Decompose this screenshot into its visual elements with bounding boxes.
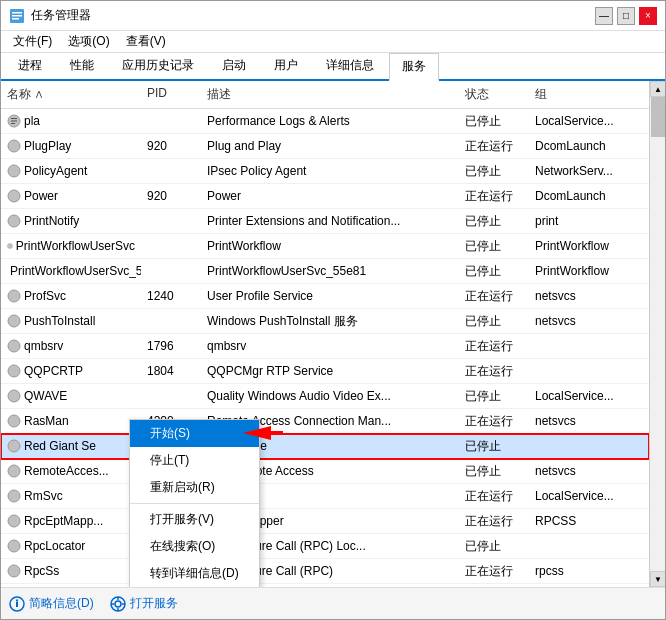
table-body[interactable]: pla Performance Logs & Alerts 已停止 LocalS… [1,109,649,587]
table-row[interactable]: qmbsrv 1796 qmbsrv 正在运行 [1,334,649,359]
tab-users[interactable]: 用户 [261,52,311,79]
window-title: 任务管理器 [31,7,91,24]
table-row[interactable]: SamSs Security Accounts Manager 正在运行 [1,584,649,587]
svg-rect-3 [12,18,19,20]
svg-point-20 [8,440,20,452]
table-row[interactable]: PlugPlay 920 Plug and Play 正在运行 DcomLaun… [1,134,649,159]
table-wrapper: 名称 ∧ PID 描述 状态 组 pla Performance Logs & … [1,81,665,587]
task-manager-window: 任务管理器 — □ × 文件(F) 选项(O) 查看(V) 进程 性能 应用历史… [0,0,666,620]
svg-point-18 [8,390,20,402]
scrollbar[interactable]: ▲ ▼ [649,81,665,587]
tab-startup[interactable]: 启动 [209,52,259,79]
minimize-button[interactable]: — [595,7,613,25]
svg-rect-5 [11,118,17,119]
table-row[interactable]: RasMan 4200 Remote Access Connection Man… [1,409,649,434]
tab-bar: 进程 性能 应用历史记录 启动 用户 详细信息 服务 [1,53,665,81]
table-row[interactable]: RmSvc 管理服务 正在运行 LocalService... [1,484,649,509]
svg-marker-29 [243,426,283,440]
svg-point-16 [8,340,20,352]
title-controls: — □ × [595,7,657,25]
table-row[interactable]: RpcEptMapp... dpoint Mapper 正在运行 RPCSS [1,509,649,534]
svg-point-23 [8,515,20,527]
context-menu-restart[interactable]: 重新启动(R) [130,474,259,501]
svg-point-15 [8,315,20,327]
svg-rect-1 [12,12,22,14]
svg-point-8 [8,140,20,152]
title-bar-left: 任务管理器 [9,7,91,24]
menu-bar: 文件(F) 选项(O) 查看(V) [1,31,665,53]
svg-rect-7 [11,123,15,124]
table-row[interactable]: PrintNotify Printer Extensions and Notif… [1,209,649,234]
svg-point-34 [115,601,121,607]
tab-performance[interactable]: 性能 [57,52,107,79]
arrow-indicator [243,423,283,446]
svg-point-9 [8,165,20,177]
context-menu-search-online[interactable]: 在线搜索(O) [130,533,259,560]
maximize-button[interactable]: □ [617,7,635,25]
context-menu-start[interactable]: 开始(S) [130,420,259,447]
svg-point-19 [8,415,20,427]
table-row[interactable]: RpcSs e Procedure Call (RPC) 正在运行 rpcss [1,559,649,584]
summary-info-button[interactable]: 简略信息(D) [9,595,94,612]
col-desc[interactable]: 描述 [201,83,459,106]
svg-point-22 [8,490,20,502]
svg-rect-2 [12,15,22,17]
table-row[interactable]: RpcLocator e Procedure Call (RPC) Loc...… [1,534,649,559]
scroll-up-btn[interactable]: ▲ [650,81,665,97]
col-status[interactable]: 状态 [459,83,529,106]
title-bar: 任务管理器 — □ × [1,1,665,31]
content-area: 名称 ∧ PID 描述 状态 组 pla Performance Logs & … [1,81,665,587]
scroll-down-btn[interactable]: ▼ [650,571,665,587]
svg-rect-6 [11,121,17,122]
svg-rect-32 [16,599,18,601]
menu-options[interactable]: 选项(O) [60,31,117,52]
table-row[interactable]: PushToInstall Windows PushToInstall 服务 已… [1,309,649,334]
close-button[interactable]: × [639,7,657,25]
open-services-button[interactable]: 打开服务 [110,595,178,612]
menu-file[interactable]: 文件(F) [5,31,60,52]
tab-details[interactable]: 详细信息 [313,52,387,79]
context-menu: 开始(S) 停止(T) 重新启动(R) 打开服务(V) 在线搜索(O) 转到详细… [129,419,260,587]
services-icon [110,596,126,612]
tab-app-history[interactable]: 应用历史记录 [109,52,207,79]
table-row[interactable]: ProfSvc 1240 User Profile Service 正在运行 n… [1,284,649,309]
svg-point-10 [8,190,20,202]
table-main: 名称 ∧ PID 描述 状态 组 pla Performance Logs & … [1,81,649,587]
app-icon [9,8,25,24]
svg-point-21 [8,465,20,477]
table-row[interactable]: pla Performance Logs & Alerts 已停止 LocalS… [1,109,649,134]
context-menu-open-services[interactable]: 打开服务(V) [130,506,259,533]
scroll-track[interactable] [650,97,665,571]
col-pid[interactable]: PID [141,83,201,106]
tab-process[interactable]: 进程 [5,52,55,79]
context-menu-stop[interactable]: 停止(T) [130,447,259,474]
svg-point-14 [8,290,20,302]
table-header: 名称 ∧ PID 描述 状态 组 [1,81,649,109]
table-row[interactable]: RemoteAcces... and Remote Access 已停止 net… [1,459,649,484]
menu-view[interactable]: 查看(V) [118,31,174,52]
table-row[interactable]: QQPCRTP 1804 QQPCMgr RTP Service 正在运行 [1,359,649,384]
table-row[interactable]: PrintWorkflowUserSvc_5... PrintWorkflowU… [1,259,649,284]
context-menu-goto-details[interactable]: 转到详细信息(D) [130,560,259,587]
col-group[interactable]: 组 [529,83,649,106]
table-row[interactable]: Power 920 Power 正在运行 DcomLaunch [1,184,649,209]
col-name[interactable]: 名称 ∧ [1,83,141,106]
table-row[interactable]: PolicyAgent IPsec Policy Agent 已停止 Netwo… [1,159,649,184]
table-row[interactable]: QWAVE Quality Windows Audio Video Ex... … [1,384,649,409]
svg-rect-31 [16,602,18,607]
summary-icon [9,596,25,612]
table-row[interactable]: PrintWorkflowUserSvc PrintWorkflow 已停止 P… [1,234,649,259]
svg-point-11 [8,215,20,227]
svg-point-25 [8,565,20,577]
scroll-thumb[interactable] [651,97,665,137]
context-menu-divider [130,503,259,504]
svg-point-12 [7,243,12,248]
tab-services[interactable]: 服务 [389,53,439,81]
svg-point-24 [8,540,20,552]
footer: 简略信息(D) 打开服务 [1,587,665,619]
red-giant-se-row[interactable]: Red Giant Se ant Service 已停止 [1,434,649,459]
svg-point-17 [8,365,20,377]
